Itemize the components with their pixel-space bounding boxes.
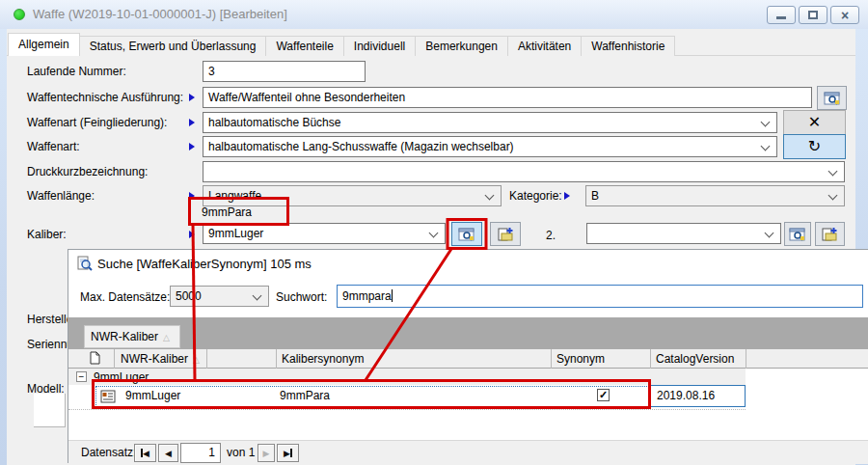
nav-last-icon: ▶ [284, 449, 290, 458]
nav-last-button[interactable]: ▶ [277, 444, 299, 462]
chevron-down-icon[interactable] [765, 229, 774, 238]
laufende-nummer-label: Laufende Nummer: [27, 65, 126, 80]
field-arrow-icon [189, 231, 195, 238]
field-arrow-icon [189, 94, 195, 101]
waffenlaenge-label: Waffenlänge: [27, 189, 95, 205]
sort-ascending-icon: △ [193, 355, 200, 365]
seriennummer-label: Seriennu [27, 338, 73, 353]
status-dot-icon [14, 9, 25, 20]
waffenart-combobox[interactable]: halbautomatische Lang-Schusswaffe (Magaz… [203, 136, 777, 157]
page-plus-icon [822, 227, 838, 241]
kaliber-label: Kaliber: [27, 228, 67, 243]
column-header-synonym[interactable]: Synonym [556, 352, 605, 366]
record-position-field[interactable]: 1 [180, 443, 221, 463]
suchwort-input[interactable]: 9mmpara [337, 285, 863, 308]
app-window: Waffe (W2019-10-01-0000001-J) [Bearbeite… [0, 0, 868, 465]
kaliber-combobox[interactable]: 9mmLuger [203, 223, 446, 244]
kaliber2-search-button[interactable] [784, 222, 811, 246]
search-window-icon [789, 228, 806, 241]
chevron-down-icon[interactable] [761, 142, 771, 151]
close-button[interactable]: × [830, 6, 859, 24]
tab-waffenteile[interactable]: Waffenteile [265, 36, 343, 56]
group-by-chip[interactable]: NWR-Kaliber△ [84, 325, 180, 348]
search-window-icon [458, 228, 475, 241]
druckkurzbezeichnung-combobox[interactable] [203, 161, 845, 182]
cell-catalog-version[interactable]: 2019.08.16 [650, 385, 746, 407]
collapse-icon[interactable]: − [76, 371, 87, 382]
max-datensaetze-label: Max. Datensätze: [80, 290, 170, 304]
record-count-label: von 1 [227, 446, 255, 459]
check-icon: ✓ [599, 390, 608, 400]
clear-icon: ✕ [808, 115, 821, 130]
column-header-catalogversion[interactable]: CatalogVersion [656, 352, 734, 366]
cell-nwr-kaliber: 9mmLuger [125, 389, 180, 402]
field-arrow-icon [189, 119, 195, 126]
tab-allgemein[interactable]: Allgemein [8, 33, 80, 56]
chevron-down-icon[interactable] [828, 191, 838, 201]
max-datensaetze-combobox[interactable]: 5000 [170, 286, 269, 307]
group-row-value: 9mmLuger [94, 370, 149, 384]
field-arrow-icon [189, 143, 195, 150]
nav-next-button[interactable]: ▶ [258, 444, 275, 462]
cell-kalibersynonym: 9mmPara [280, 389, 330, 402]
tab-status-erwerb[interactable]: Status, Erwerb und Überlassung [79, 36, 267, 56]
search-dialog: Suche [WaffeKaliberSynonym] 105 ms Max. … [68, 249, 868, 463]
chevron-down-icon[interactable] [828, 167, 838, 177]
tab-individuell[interactable]: Individuell [343, 36, 416, 56]
page-icon [90, 351, 100, 365]
ausfuehrung-label: Waffentechnische Ausführung: [27, 91, 183, 106]
kaliber-search-button[interactable] [451, 222, 482, 246]
column-header-kalibersynonym[interactable]: Kalibersynonym [282, 352, 364, 366]
refresh-icon: ↻ [808, 139, 821, 154]
record-icon [100, 390, 116, 403]
hersteller-label: Herstelle [27, 313, 72, 328]
kaliber-add-button[interactable] [490, 222, 521, 246]
refresh-button[interactable]: ↻ [783, 134, 846, 159]
row-selection-outline [95, 386, 746, 407]
search-window-icon [824, 92, 841, 105]
search-document-icon [76, 256, 93, 272]
tab-waffenhistorie[interactable]: Waffenhistorie [581, 36, 675, 56]
nav-first-button[interactable]: ◀ [134, 444, 156, 462]
feingliederung-combobox[interactable]: halbautomatische Büchse [203, 112, 777, 133]
druckkurzbezeichnung-label: Druckkurzbezeichnung: [27, 165, 148, 180]
tab-bar: Allgemein Status, Erwerb und Überlassung… [8, 33, 674, 56]
background-panel [34, 394, 66, 427]
title-bar: Waffe (W2019-10-01-0000001-J) [Bearbeite… [0, 0, 868, 29]
kaliber2-add-button[interactable] [815, 222, 845, 246]
record-navigator: Datensatz: ◀ ◀ 1 von 1 ▶ ▶ [68, 440, 868, 464]
laufende-nummer-field[interactable]: 3 [203, 61, 366, 82]
nav-next-icon: ▶ [263, 449, 270, 458]
window-title: Waffe (W2019-10-01-0000001-J) [Bearbeite… [33, 7, 287, 21]
page-plus-icon [498, 227, 514, 241]
restore-button[interactable] [799, 6, 827, 24]
kategorie-label: Kategorie: [509, 189, 562, 205]
column-header-nwr-kaliber[interactable]: NWR-Kaliber△ [121, 352, 200, 366]
kaliber2-combobox[interactable] [586, 223, 781, 244]
chevron-down-icon[interactable] [429, 229, 439, 238]
field-arrow-icon [564, 192, 570, 200]
clear-button[interactable]: ✕ [783, 110, 846, 135]
ausfuehrung-search-button[interactable] [817, 86, 847, 110]
tab-aktivitaeten[interactable]: Aktivitäten [507, 36, 582, 56]
kaliber2-label: 2. [546, 229, 556, 244]
chevron-down-icon[interactable] [485, 191, 495, 201]
feingliederung-label: Waffenart (Feingliederung): [27, 116, 167, 131]
kategorie-combobox[interactable]: B [585, 185, 845, 206]
nav-prev-icon: ◀ [165, 449, 172, 458]
waffenlaenge-combobox[interactable]: Langwaffe [203, 185, 502, 206]
group-by-band [68, 317, 868, 349]
kaliber-synonym-annotation: 9mmPara [202, 205, 252, 219]
sort-ascending-icon: △ [163, 333, 170, 342]
chevron-down-icon[interactable] [761, 118, 771, 127]
chevron-down-icon[interactable] [253, 291, 262, 301]
group-row[interactable] [68, 369, 746, 385]
close-icon: × [841, 9, 849, 22]
nav-first-icon: ◀ [143, 449, 149, 458]
minimize-icon [776, 16, 786, 19]
synonym-checkbox[interactable]: ✓ [597, 389, 610, 401]
tab-bemerkungen[interactable]: Bemerkungen [415, 36, 508, 56]
minimize-button[interactable] [767, 6, 796, 24]
nav-prev-button[interactable]: ◀ [158, 444, 178, 462]
ausfuehrung-field[interactable]: Waffe/Waffenteil ohne Besonderheiten [203, 87, 812, 108]
